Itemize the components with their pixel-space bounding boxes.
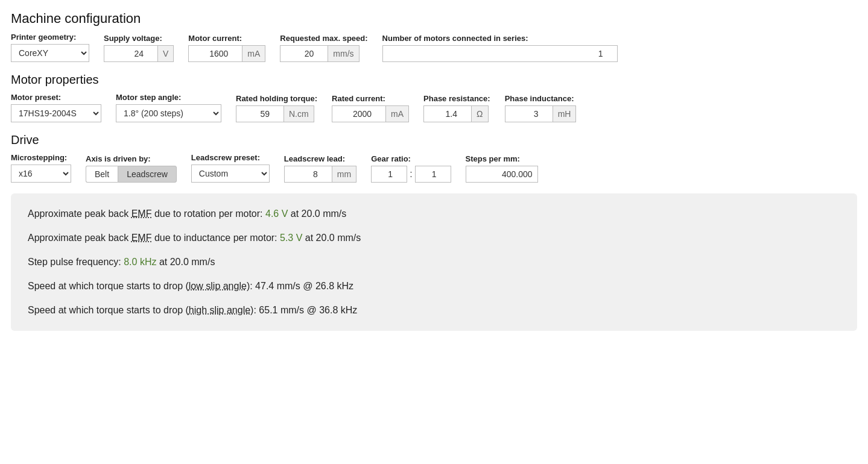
leadscrew-lead-input-group: mm — [284, 166, 356, 183]
supply-voltage-label: Supply voltage: — [104, 34, 174, 43]
leadscrew-button[interactable]: Leadscrew — [118, 166, 177, 183]
torque-low-value: 47.4 mm/s @ 26.8 kHz — [255, 281, 353, 291]
torque-high-value: 65.1 mm/s @ 36.8 kHz — [259, 305, 357, 315]
phase-inductance-unit: mH — [553, 105, 577, 122]
holding-torque-input-group: N.cm — [236, 105, 317, 122]
motor-current-input-group: mA — [188, 45, 265, 62]
emf-inductance-text-middle: due to inductance per motor: — [151, 233, 280, 243]
torque-high-text-middle: ): — [250, 305, 259, 315]
emf-inductance-result: Approximate peak back EMF due to inducta… — [28, 231, 840, 245]
holding-torque-label: Rated holding torque: — [236, 94, 317, 103]
emf-rotation-value: 4.6 V — [265, 208, 288, 219]
results-section: Approximate peak back EMF due to rotatio… — [11, 193, 857, 331]
drive-row: Microstepping: x1 x2 x4 x8 x16 x32 x64 x… — [11, 153, 857, 183]
holding-torque-unit: N.cm — [284, 105, 314, 122]
microstepping-label: Microstepping: — [11, 153, 71, 162]
step-pulse-value: 8.0 kHz — [124, 257, 156, 267]
emf-inductance-text-before: Approximate peak back — [28, 233, 131, 243]
phase-resistance-unit: Ω — [472, 105, 488, 122]
phase-inductance-group: Phase inductance: mH — [505, 94, 577, 122]
motor-properties-row: Motor preset: 17HS19-2004S Custom Motor … — [11, 93, 857, 122]
max-speed-input[interactable] — [280, 45, 328, 62]
step-angle-select[interactable]: 1.8° (200 steps) 0.9° (400 steps) — [116, 104, 221, 122]
axis-driven-by-toggle: Belt Leadscrew — [86, 166, 177, 183]
step-pulse-text-after: at 20.0 mm/s — [156, 257, 215, 267]
gear-ratio-separator: : — [410, 169, 412, 180]
gear-ratio-group: Gear ratio: : — [371, 154, 451, 183]
num-motors-label: Number of motors connected in series: — [382, 34, 618, 43]
emf-rotation-emf-label: EMF — [131, 208, 152, 219]
leadscrew-lead-label: Leadscrew lead: — [284, 154, 356, 163]
rated-current-label: Rated current: — [332, 94, 409, 103]
rated-current-input-group: mA — [332, 105, 409, 122]
steps-per-mm-input[interactable] — [466, 166, 538, 183]
torque-low-text-before: Speed at which torque starts to drop ( — [28, 281, 189, 291]
steps-per-mm-group: Steps per mm: — [466, 154, 538, 183]
step-pulse-text-before: Step pulse frequency: — [28, 257, 124, 267]
printer-geometry-select[interactable]: CoreXY Cartesian Delta — [11, 44, 89, 62]
holding-torque-group: Rated holding torque: N.cm — [236, 94, 317, 122]
supply-voltage-unit: V — [158, 45, 174, 62]
holding-torque-input[interactable] — [236, 105, 284, 122]
phase-inductance-label: Phase inductance: — [505, 94, 577, 103]
supply-voltage-group: Supply voltage: V — [104, 34, 174, 62]
rated-current-group: Rated current: mA — [332, 94, 409, 122]
max-speed-label: Requested max. speed: — [280, 34, 367, 43]
motor-properties-title: Motor properties — [11, 73, 857, 87]
machine-config-section: Machine configuration Printer geometry: … — [11, 11, 857, 62]
leadscrew-preset-select[interactable]: Custom T8 (2mm lead) T8 (8mm lead) M5 — [191, 165, 270, 183]
gear-ratio-input-1[interactable] — [371, 166, 407, 183]
emf-rotation-result: Approximate peak back EMF due to rotatio… — [28, 207, 840, 221]
machine-config-row: Printer geometry: CoreXY Cartesian Delta… — [11, 33, 857, 62]
leadscrew-preset-group: Leadscrew preset: Custom T8 (2mm lead) T… — [191, 153, 270, 183]
leadscrew-preset-label: Leadscrew preset: — [191, 153, 270, 162]
axis-driven-by-label: Axis is driven by: — [86, 154, 177, 163]
rated-current-input[interactable] — [332, 105, 386, 122]
max-speed-input-group: mm/s — [280, 45, 367, 62]
torque-low-result: Speed at which torque starts to drop (lo… — [28, 279, 840, 293]
step-angle-label: Motor step angle: — [116, 93, 221, 102]
leadscrew-lead-group: Leadscrew lead: mm — [284, 154, 356, 183]
motor-preset-select[interactable]: 17HS19-2004S Custom — [11, 104, 101, 122]
phase-resistance-label: Phase resistance: — [423, 94, 490, 103]
torque-high-result: Speed at which torque starts to drop (hi… — [28, 303, 840, 318]
step-pulse-freq-result: Step pulse frequency: 8.0 kHz at 20.0 mm… — [28, 255, 840, 269]
max-speed-group: Requested max. speed: mm/s — [280, 34, 367, 62]
phase-resistance-input-group: Ω — [423, 105, 490, 122]
motor-current-input[interactable] — [188, 45, 242, 62]
drive-section: Drive Microstepping: x1 x2 x4 x8 x16 x32… — [11, 133, 857, 183]
leadscrew-lead-input[interactable] — [284, 166, 332, 183]
machine-config-title: Machine configuration — [11, 11, 857, 27]
step-angle-group: Motor step angle: 1.8° (200 steps) 0.9° … — [116, 93, 221, 122]
emf-rotation-text-after: at 20.0 mm/s — [288, 208, 346, 219]
torque-high-text-before: Speed at which torque starts to drop ( — [28, 305, 189, 315]
steps-per-mm-label: Steps per mm: — [466, 154, 538, 163]
motor-current-unit: mA — [242, 45, 265, 62]
rated-current-unit: mA — [386, 105, 409, 122]
motor-preset-label: Motor preset: — [11, 93, 101, 102]
phase-inductance-input[interactable] — [505, 105, 553, 122]
microstepping-group: Microstepping: x1 x2 x4 x8 x16 x32 x64 x… — [11, 153, 71, 183]
torque-low-text-middle: ): — [247, 281, 255, 291]
phase-resistance-input[interactable] — [423, 105, 472, 122]
emf-rotation-text-before: Approximate peak back — [28, 208, 131, 219]
num-motors-group: Number of motors connected in series: — [382, 34, 618, 62]
printer-geometry-group: Printer geometry: CoreXY Cartesian Delta — [11, 33, 89, 62]
motor-properties-section: Motor properties Motor preset: 17HS19-20… — [11, 73, 857, 122]
num-motors-input[interactable] — [382, 45, 618, 62]
gear-ratio-inputs: : — [371, 166, 451, 183]
motor-current-group: Motor current: mA — [188, 34, 265, 62]
microstepping-select[interactable]: x1 x2 x4 x8 x16 x32 x64 x128 x256 — [11, 165, 71, 183]
max-speed-unit: mm/s — [328, 45, 359, 62]
emf-inductance-value: 5.3 V — [280, 233, 302, 243]
supply-voltage-input[interactable] — [104, 45, 158, 62]
printer-geometry-label: Printer geometry: — [11, 33, 89, 42]
emf-inductance-emf-label: EMF — [131, 233, 152, 243]
torque-high-link[interactable]: high slip angle — [189, 305, 250, 315]
torque-low-link[interactable]: low slip angle — [189, 281, 247, 291]
axis-driven-by-group: Axis is driven by: Belt Leadscrew — [86, 154, 177, 183]
belt-button[interactable]: Belt — [86, 166, 118, 183]
supply-voltage-input-group: V — [104, 45, 174, 62]
gear-ratio-input-2[interactable] — [415, 166, 451, 183]
emf-inductance-text-after: at 20.0 mm/s — [302, 233, 361, 243]
